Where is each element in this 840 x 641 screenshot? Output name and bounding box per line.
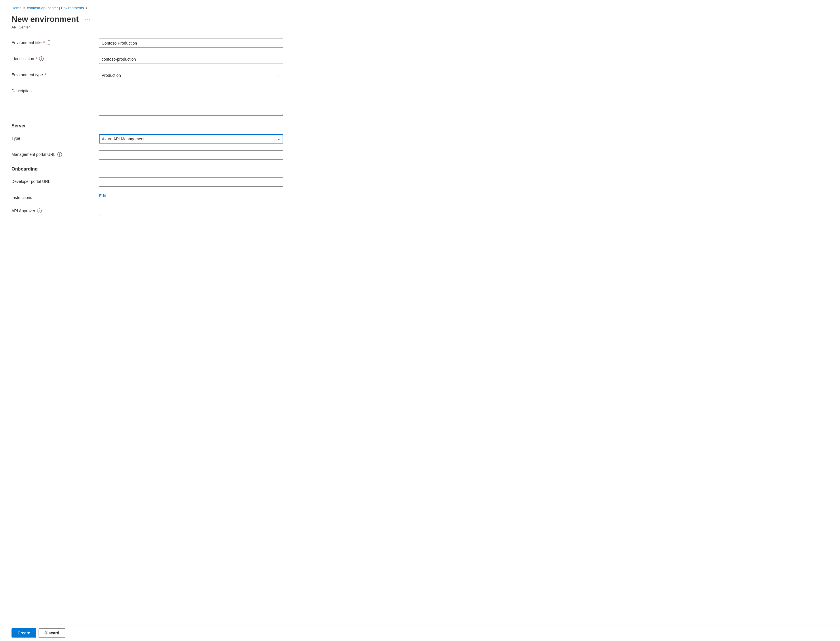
- management-portal-url-row: Management portal URL i: [11, 150, 334, 159]
- identification-row: Identification * i: [11, 55, 334, 64]
- instructions-row: Instructions Edit: [11, 193, 334, 200]
- api-approver-info-icon[interactable]: i: [37, 208, 42, 213]
- environment-type-required: *: [45, 72, 46, 77]
- onboarding-section-heading: Onboarding: [11, 166, 334, 172]
- breadcrumb-separator-1: >: [23, 6, 25, 10]
- instructions-control: Edit: [99, 193, 283, 198]
- developer-portal-url-label-col: Developer portal URL: [11, 177, 92, 184]
- environment-title-required: *: [43, 40, 45, 45]
- description-control: [99, 87, 283, 116]
- identification-required: *: [36, 56, 37, 61]
- environment-title-info-icon[interactable]: i: [47, 40, 51, 45]
- environment-type-label: Environment type *: [11, 72, 92, 77]
- environment-type-label-col: Environment type *: [11, 71, 92, 77]
- page-subtitle: API Center: [11, 25, 334, 29]
- server-type-select[interactable]: Azure API Management Azure API Managemen…: [99, 134, 283, 143]
- api-approver-control: [99, 207, 283, 216]
- identification-input[interactable]: [99, 55, 283, 64]
- environment-title-label-col: Environment title * i: [11, 39, 92, 45]
- breadcrumb-separator-2: >: [86, 6, 87, 10]
- developer-portal-url-control: [99, 177, 283, 187]
- page-title: New environment: [11, 14, 79, 24]
- api-approver-label-col: API Approver i: [11, 207, 92, 213]
- environment-title-control: [99, 39, 283, 48]
- api-approver-input[interactable]: [99, 207, 283, 216]
- identification-label-col: Identification * i: [11, 55, 92, 61]
- discard-button[interactable]: Discard: [39, 628, 65, 638]
- server-section-heading: Server: [11, 123, 334, 129]
- instructions-edit-link[interactable]: Edit: [99, 193, 106, 198]
- management-portal-url-input[interactable]: [99, 150, 283, 159]
- environment-type-select-wrapper: Production Staging Development Testing ⌄: [99, 71, 283, 80]
- page-header: New environment ···: [11, 14, 334, 24]
- management-portal-url-info-icon[interactable]: i: [57, 152, 62, 157]
- instructions-label-col: Instructions: [11, 193, 92, 200]
- server-type-row: Type Azure API Management Azure API Mana…: [11, 134, 334, 143]
- bottom-action-bar: Create Discard: [0, 625, 840, 641]
- environment-type-control: Production Staging Development Testing ⌄: [99, 71, 283, 80]
- api-approver-label: API Approver i: [11, 208, 92, 213]
- server-type-label-col: Type: [11, 134, 92, 141]
- description-label: Description: [11, 89, 92, 93]
- management-portal-url-label: Management portal URL i: [11, 152, 92, 157]
- management-portal-url-label-col: Management portal URL i: [11, 150, 92, 157]
- environment-title-input[interactable]: [99, 39, 283, 48]
- breadcrumb: Home > contoso-api-center | Environments…: [11, 6, 334, 10]
- identification-label: Identification * i: [11, 56, 92, 61]
- instructions-label: Instructions: [11, 195, 92, 200]
- api-approver-row: API Approver i: [11, 207, 334, 216]
- environment-type-select[interactable]: Production Staging Development Testing: [99, 71, 283, 80]
- create-button[interactable]: Create: [11, 628, 36, 638]
- identification-info-icon[interactable]: i: [39, 56, 44, 61]
- server-type-control: Azure API Management Azure API Managemen…: [99, 134, 283, 143]
- environment-title-label: Environment title * i: [11, 40, 92, 45]
- server-type-select-wrapper: Azure API Management Azure API Managemen…: [99, 134, 283, 143]
- developer-portal-url-input[interactable]: [99, 177, 283, 187]
- breadcrumb-home[interactable]: Home: [11, 6, 22, 10]
- description-label-col: Description: [11, 87, 92, 93]
- identification-control: [99, 55, 283, 64]
- environment-title-row: Environment title * i: [11, 39, 334, 48]
- management-portal-url-control: [99, 150, 283, 159]
- server-type-label: Type: [11, 136, 92, 141]
- breadcrumb-environments[interactable]: contoso-api-center | Environments: [27, 6, 84, 10]
- developer-portal-url-label: Developer portal URL: [11, 179, 92, 184]
- environment-type-row: Environment type * Production Staging De…: [11, 71, 334, 80]
- description-textarea[interactable]: [99, 87, 283, 116]
- new-environment-form: Environment title * i Identification * i: [11, 39, 334, 216]
- more-options-button[interactable]: ···: [82, 15, 93, 24]
- description-row: Description: [11, 87, 334, 116]
- developer-portal-url-row: Developer portal URL: [11, 177, 334, 187]
